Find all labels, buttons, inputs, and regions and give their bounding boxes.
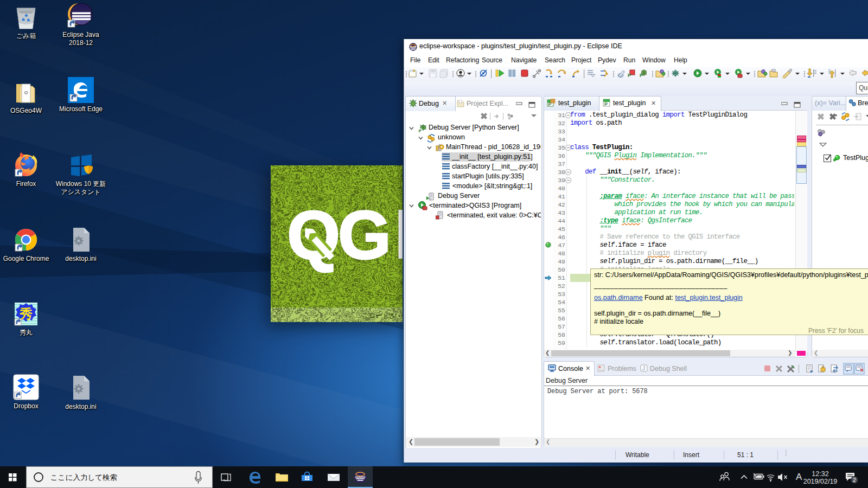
svg-text:2019/02/19: 2019/02/19	[803, 478, 838, 485]
svg-text:ロードさ: ロードさ	[369, 312, 395, 319]
svg-text:2: 2	[853, 477, 856, 483]
svg-text:P: P	[640, 73, 643, 78]
svg-text:P: P	[628, 73, 631, 78]
svg-text:A: A	[796, 472, 802, 482]
svg-text:J: J	[642, 365, 645, 371]
svg-text:P: P	[604, 101, 608, 107]
svg-text:QG: QG	[287, 197, 389, 273]
svg-text:P: P	[419, 129, 422, 133]
svg-text:12:32: 12:32	[812, 470, 828, 478]
svg-text:ここに入力して検索: ここに入力して検索	[50, 473, 117, 481]
